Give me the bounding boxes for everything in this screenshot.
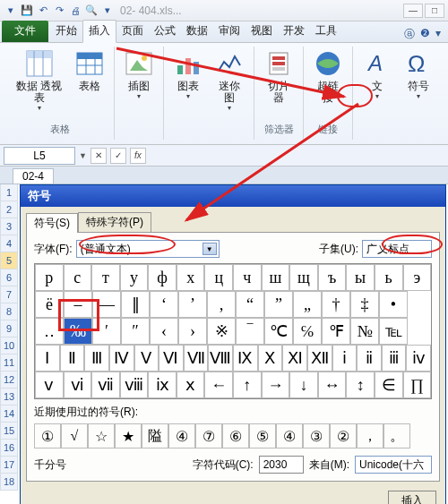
symbol-cell[interactable]: ′ [92,318,121,345]
symbol-button[interactable]: Ω 符号 ▾ [401,47,435,102]
charts-button[interactable]: 图表 ▾ [171,47,205,102]
row-header[interactable]: 11 [0,355,18,372]
symbol-cell[interactable]: ё [35,291,64,318]
row-header[interactable]: 8 [0,303,18,320]
cancel-formula-icon[interactable]: ✕ [90,148,107,164]
recent-symbol-cell[interactable]: ☆ [88,423,115,448]
symbol-cell[interactable]: х [177,264,205,291]
tab-home[interactable]: 开始 [50,21,82,42]
symbol-cell[interactable]: ф [148,264,177,291]
symbol-cell[interactable]: ‥ [35,318,64,345]
row-header[interactable]: 2 [0,201,18,218]
help-icon[interactable]: ❷ [420,27,430,42]
subset-combo[interactable]: 广义标点 [362,240,432,258]
symbol-cell[interactable]: ↓ [289,372,318,398]
charcode-input[interactable]: 2030 [259,456,304,474]
row-header[interactable]: 10 [0,337,18,355]
symbol-cell[interactable]: ‰ [64,318,92,345]
row-header[interactable]: 3 [0,218,18,235]
tab-data[interactable]: 数据 [181,21,213,42]
symbol-cell[interactable]: № [350,318,379,345]
symbol-cell[interactable]: — [92,291,121,318]
recent-symbol-cell[interactable]: ③ [303,423,330,448]
symbol-cell[interactable]: † [322,291,350,318]
dialog-tab-symbols[interactable]: 符号(S) [26,213,78,233]
symbol-cell[interactable]: ↑ [233,372,262,398]
row-header[interactable]: 17 [0,457,18,474]
symbol-cell[interactable]: „ [293,291,322,318]
save-icon[interactable]: 💾 [20,4,34,18]
tab-tools[interactable]: 工具 [310,21,342,42]
symbol-cell[interactable]: ы [346,264,375,291]
tab-view[interactable]: 视图 [246,21,278,42]
symbol-cell[interactable]: – [64,291,92,318]
accept-formula-icon[interactable]: ✓ [110,148,126,164]
symbol-cell[interactable]: ℃ [264,318,293,345]
symbol-cell[interactable]: ⅹ [177,372,205,398]
symbol-cell[interactable]: р [35,264,64,291]
row-header[interactable]: 12 [0,372,18,389]
symbol-cell[interactable]: ⅲ [382,345,407,372]
restore-button[interactable]: □ [425,4,444,18]
symbol-cell[interactable]: Ⅴ [134,345,159,372]
symbol-cell[interactable]: ″ [121,318,150,345]
symbol-cell[interactable]: ∏ [403,372,432,398]
symbol-cell[interactable]: Ⅰ [35,345,60,372]
symbol-cell[interactable]: ∈ [375,372,403,398]
slicer-button[interactable]: 切片器 [262,47,296,106]
symbol-cell[interactable]: ⅳ [406,345,431,372]
recent-symbol-cell[interactable]: ② [330,423,357,448]
symbol-cell[interactable]: т [91,264,120,291]
symbol-cell[interactable]: → [262,372,290,398]
symbol-cell[interactable]: ℉ [322,318,350,345]
symbol-cell[interactable]: щ [289,264,318,291]
namebox-dropdown-icon[interactable]: ▼ [79,151,87,160]
undo-icon[interactable]: ↶ [36,4,50,18]
recent-symbol-cell[interactable]: ⑤ [249,423,276,448]
symbol-cell[interactable]: › [178,318,207,345]
symbol-cell[interactable]: ← [204,372,233,398]
symbol-cell[interactable]: ’ [178,291,207,318]
recent-symbol-cell[interactable]: ① [34,423,61,448]
symbol-cell[interactable]: ‹ [150,318,178,345]
tab-file[interactable]: 文件 [2,21,48,42]
row-header[interactable]: 9 [0,320,18,337]
symbol-cell[interactable]: Ⅸ [233,345,258,372]
symbol-cell[interactable]: ↔ [318,372,347,398]
symbol-cell[interactable]: Ⅳ [109,345,134,372]
symbol-cell[interactable]: ч [233,264,262,291]
sparklines-button[interactable]: 迷你图 ▾ [212,47,246,114]
row-header[interactable]: 7 [0,286,18,303]
tab-pagelayout[interactable]: 页面 [116,21,149,42]
recent-symbol-cell[interactable]: ④ [276,423,303,448]
recent-symbol-cell[interactable]: √ [61,423,88,448]
dialog-title[interactable]: 符号 [21,185,445,207]
from-combo[interactable]: Unicode(十六 [355,456,432,474]
redo-icon[interactable]: ↷ [52,4,66,18]
row-header[interactable]: 15 [0,423,18,440]
fx-icon[interactable]: fx [130,148,146,164]
symbol-cell[interactable]: ” [264,291,293,318]
symbol-cell[interactable]: Ⅶ [184,345,209,372]
symbol-cell[interactable]: Ⅲ [84,345,109,372]
tab-formulas[interactable]: 公式 [149,21,181,42]
hyperlink-button[interactable]: 超链接 [311,47,345,106]
symbol-cell[interactable]: ⅸ [148,372,177,398]
symbol-cell[interactable]: Ⅹ [258,345,283,372]
symbol-cell[interactable]: ц [204,264,233,291]
recent-symbol-cell[interactable]: 隘 [142,423,168,448]
symbol-cell[interactable]: ℡ [379,318,408,345]
symbol-cell[interactable]: Ⅺ [282,345,307,372]
row-header[interactable]: 1 [0,184,18,201]
font-combo[interactable]: (普通文本) ▼ [76,240,220,258]
tab-insert[interactable]: 插入 [82,20,116,43]
recent-symbol-cell[interactable]: ★ [115,423,142,448]
symbol-cell[interactable]: ⅱ [357,345,382,372]
symbol-cell[interactable]: э [403,264,432,291]
text-button[interactable]: A 文 ▾ [360,47,394,102]
pivottable-button[interactable]: 数据 透视表 ▾ [13,47,65,114]
ribbon-minimize-icon[interactable]: ⓐ [404,27,415,42]
row-header[interactable]: 4 [0,235,18,252]
recent-symbol-cell[interactable]: ⑦ [195,423,222,448]
tab-review[interactable]: 审阅 [213,21,246,42]
